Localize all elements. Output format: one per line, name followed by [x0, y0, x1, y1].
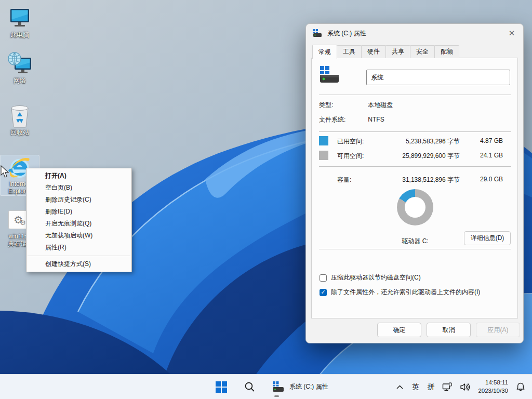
drive-caption: 驱动器 C: [374, 237, 457, 246]
network-icon [7, 52, 32, 76]
tab-page-general: 类型: 本地磁盘 文件系统: NTFS 已用空间: 5,238,583,296 … [311, 58, 518, 318]
bell-icon [516, 382, 525, 392]
used-space-size: 4.87 GB [467, 137, 503, 144]
filesystem-value: NTFS [368, 116, 384, 123]
capacity-size: 29.0 GB [467, 176, 503, 183]
used-space-label: 已用空间: [337, 137, 364, 146]
menu-item-create-shortcut[interactable]: 创建快捷方式(S) [26, 258, 131, 270]
drive-icon [272, 381, 285, 393]
menu-separator [28, 256, 130, 256]
clock-time: 14:58:11 [478, 379, 508, 387]
tab-general[interactable]: 常规 [312, 45, 337, 59]
divider [319, 249, 511, 249]
drive-properties-dialog: 系统 (C:) 属性 ✕ 常规 工具 硬件 共享 安全 配额 类型: 本地磁盘 [305, 23, 524, 343]
hidden-icons-chevron[interactable] [393, 377, 406, 397]
type-label: 类型: [319, 101, 366, 110]
dialog-title: 系统 (C:) 属性 [327, 29, 366, 38]
ime-mode-indicator[interactable]: 拼 [424, 377, 437, 397]
drive-icon [313, 29, 323, 38]
this-pc-icon [7, 6, 32, 30]
tab-security[interactable]: 安全 [410, 45, 435, 58]
checkbox-checked[interactable]: ✓ [320, 289, 327, 296]
checkbox-unchecked[interactable] [320, 274, 327, 282]
dialog-footer: 确定 取消 应用(A) [306, 317, 523, 343]
clock-date: 2023/10/30 [478, 387, 508, 395]
taskbar-app-drive-properties[interactable]: 系统 (C:) 属性 [267, 377, 334, 397]
tab-tools[interactable]: 工具 [337, 45, 362, 58]
running-indicator [274, 395, 279, 397]
taskbar: 系统 (C:) 属性 英 拼 [0, 374, 532, 399]
filesystem-row: 文件系统: NTFS [319, 115, 384, 124]
cancel-button[interactable]: 取消 [427, 323, 471, 337]
apply-button[interactable]: 应用(A) [476, 323, 520, 337]
used-space-bytes: 5,238,583,296 字节 [382, 137, 460, 146]
free-space-bytes: 25,899,929,600 字节 [382, 152, 460, 161]
volume-tray-button[interactable] [457, 377, 473, 397]
recycle-bin-icon [7, 104, 32, 128]
menu-item-delete-history[interactable]: 删除历史记录(C) [26, 194, 131, 206]
tab-sharing[interactable]: 共享 [385, 45, 410, 58]
free-space-label: 可用空间: [337, 152, 364, 161]
used-space-swatch [319, 136, 328, 145]
menu-item-inprivate[interactable]: 开启无痕浏览(Q) [26, 218, 131, 230]
ie-context-menu: 打开(A) 空白页(B) 删除历史记录(C) 删除IE(D) 开启无痕浏览(Q)… [26, 168, 132, 272]
dialog-titlebar[interactable]: 系统 (C:) 属性 ✕ [306, 24, 523, 43]
type-value: 本地磁盘 [368, 101, 393, 109]
capacity-bytes: 31,138,512,896 字节 [382, 176, 460, 184]
type-row: 类型: 本地磁盘 [319, 101, 393, 110]
volume-label-input[interactable] [366, 70, 510, 85]
mouse-cursor [1, 165, 10, 179]
compress-drive-label: 压缩此驱动器以节约磁盘空间(C) [331, 273, 421, 282]
free-space-swatch [319, 151, 328, 160]
search-icon [244, 381, 255, 392]
desktop-icon-network[interactable]: 网络 [0, 52, 39, 85]
free-space-size: 24.1 GB [467, 152, 503, 159]
dialog-tabs: 常规 工具 硬件 共享 安全 配额 [312, 47, 459, 58]
capacity-label: 容量: [337, 176, 351, 184]
menu-item-blank-page[interactable]: 空白页(B) [26, 182, 131, 194]
divider [319, 131, 511, 132]
desktop-icon-label: 网络 [0, 77, 39, 85]
tab-quota[interactable]: 配额 [434, 45, 459, 58]
drive-icon-large [319, 65, 341, 85]
desktop-icon-this-pc[interactable]: 此电脑 [0, 6, 39, 39]
index-contents-option[interactable]: ✓ 除了文件属性外，还允许索引此驱动器上文件的内容(I) [320, 288, 480, 297]
divider [319, 95, 511, 95]
disk-usage-donut [397, 189, 433, 225]
speaker-icon [460, 383, 470, 391]
ok-button[interactable]: 确定 [377, 323, 421, 337]
ethernet-icon [442, 382, 453, 392]
chevron-up-icon [396, 385, 403, 389]
network-tray-button[interactable] [440, 377, 455, 397]
notifications-button[interactable] [513, 377, 528, 397]
taskbar-clock[interactable]: 14:58:11 2023/10/30 [475, 379, 511, 395]
desktop-icon-label: 回收站 [0, 129, 39, 137]
compress-drive-option[interactable]: 压缩此驱动器以节约磁盘空间(C) [320, 273, 421, 282]
taskbar-app-label: 系统 (C:) 属性 [289, 382, 328, 391]
tab-hardware[interactable]: 硬件 [361, 45, 386, 58]
details-button[interactable]: 详细信息(D) [464, 231, 511, 245]
index-contents-label: 除了文件属性外，还允许索引此驱动器上文件的内容(I) [331, 288, 480, 297]
desktop-icon-recycle-bin[interactable]: 回收站 [0, 104, 39, 137]
menu-item-no-addons[interactable]: 无加载项启动(W) [26, 230, 131, 242]
start-button[interactable] [211, 377, 232, 397]
windows-logo-icon [216, 381, 227, 393]
ime-language-indicator[interactable]: 英 [408, 377, 422, 397]
search-button[interactable] [239, 377, 260, 397]
menu-item-open[interactable]: 打开(A) [26, 170, 131, 182]
menu-item-properties[interactable]: 属性(R) [26, 242, 131, 254]
desktop-icon-label: 此电脑 [0, 32, 39, 39]
menu-item-delete-ie[interactable]: 删除IE(D) [26, 206, 131, 218]
divider [319, 166, 511, 167]
close-icon[interactable]: ✕ [503, 25, 520, 41]
filesystem-label: 文件系统: [319, 115, 366, 124]
